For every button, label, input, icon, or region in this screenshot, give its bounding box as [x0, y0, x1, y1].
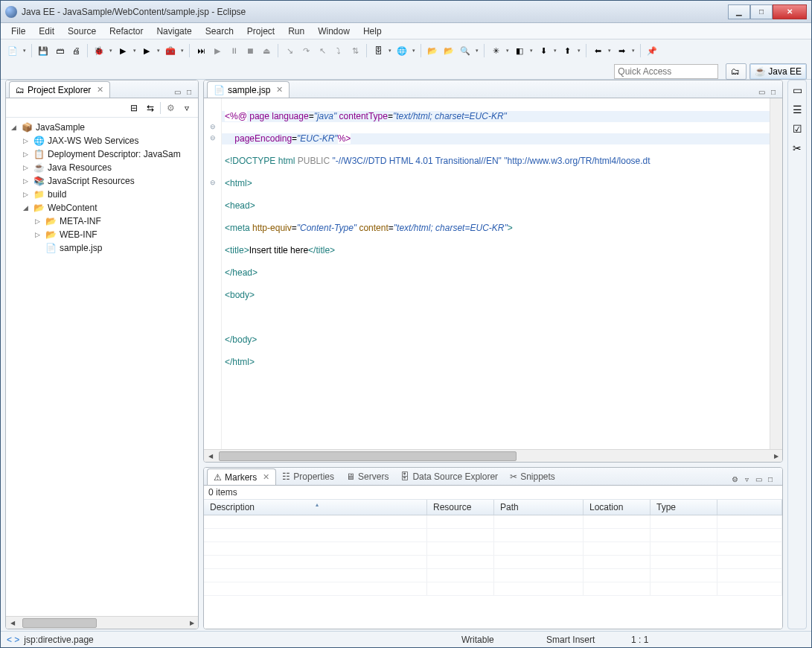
tree-java-resources[interactable]: ▷☕Java Resources — [9, 161, 195, 174]
tree-web-inf[interactable]: ▷📂WEB-INF — [9, 228, 195, 241]
col-path[interactable]: Path — [494, 500, 584, 515]
external-tools-button[interactable]: 🧰 — [163, 43, 178, 58]
col-location[interactable]: Location — [584, 500, 650, 515]
new-button[interactable]: 📄 — [5, 43, 20, 58]
tree-build[interactable]: ▷📁build — [9, 188, 195, 201]
maximize-editor-button[interactable]: □ — [767, 86, 779, 98]
new-web-button[interactable]: 🌐 — [394, 43, 409, 58]
quick-access-input[interactable] — [614, 64, 718, 79]
maximize-view-button[interactable]: □ — [183, 86, 195, 98]
tree-project-root[interactable]: ◢ 📦 JavaSample — [9, 121, 195, 134]
save-all-button[interactable]: 🗃 — [52, 43, 67, 58]
tree-twist-icon[interactable]: ◢ — [9, 124, 18, 131]
code-area[interactable]: <%@ page language="java" contentType="te… — [222, 98, 770, 449]
tree-twist-icon[interactable]: ◢ — [21, 204, 30, 212]
table-row[interactable] — [204, 569, 782, 582]
menu-refactor[interactable]: Refactor — [103, 25, 149, 38]
suspend-button[interactable]: ⏸ — [226, 43, 241, 58]
skip-breakpoints-button[interactable]: ⏭ — [194, 43, 208, 58]
tree-sample-jsp[interactable]: 📄sample.jsp — [9, 241, 195, 255]
next-annotation-dropdown[interactable]: ▾ — [552, 48, 558, 54]
minimize-editor-button[interactable]: ▭ — [755, 86, 767, 98]
prev-annotation-button[interactable]: ⬆ — [560, 43, 575, 58]
debug-button[interactable]: 🐞 — [92, 43, 106, 58]
outline-view-icon[interactable]: ☰ — [790, 103, 804, 116]
new-server-dropdown[interactable]: ▾ — [387, 48, 393, 54]
new-server-button[interactable]: 🗄 — [371, 43, 386, 58]
pin-editor-button[interactable]: 📌 — [645, 43, 659, 58]
table-row[interactable] — [204, 542, 782, 556]
toggle-block-dropdown[interactable]: ▾ — [528, 48, 534, 54]
forward-button[interactable]: ➡ — [614, 43, 629, 58]
menu-source[interactable]: Source — [62, 25, 102, 38]
open-type-button[interactable]: 📂 — [425, 43, 440, 58]
scroll-thumb[interactable] — [219, 451, 517, 461]
drop-to-frame-button[interactable]: ⤵ — [331, 43, 346, 58]
minimize-view-button[interactable]: ▭ — [171, 86, 183, 98]
run-dropdown[interactable]: ▾ — [132, 48, 138, 54]
fold-marker-icon[interactable]: ⊖ — [204, 132, 221, 143]
forward-dropdown[interactable]: ▾ — [630, 48, 636, 54]
col-extra[interactable] — [717, 500, 782, 515]
scroll-thumb[interactable] — [22, 618, 97, 628]
tree-expand-icon[interactable]: ▷ — [21, 137, 30, 144]
tree-expand-icon[interactable]: ▷ — [21, 177, 30, 185]
next-annotation-button[interactable]: ⬇ — [536, 43, 551, 58]
minimize-view-button[interactable]: ▭ — [752, 473, 764, 485]
view-menu-button[interactable]: ▿ — [180, 101, 194, 115]
menu-window[interactable]: Window — [312, 25, 356, 38]
back-dropdown[interactable]: ▾ — [607, 48, 613, 54]
close-button[interactable] — [773, 4, 807, 19]
perspective-javaee[interactable]: ☕Java EE — [749, 63, 807, 80]
link-editor-button[interactable]: ⇆ — [144, 101, 157, 115]
fold-marker-icon[interactable]: ⊖ — [204, 177, 221, 188]
step-into-button[interactable]: ↘ — [282, 43, 297, 58]
menu-project[interactable]: Project — [241, 25, 281, 38]
table-row[interactable] — [204, 515, 782, 529]
collapse-all-button[interactable]: ⊟ — [127, 101, 141, 115]
back-button[interactable]: ⬅ — [590, 43, 605, 58]
menu-file[interactable]: File — [5, 25, 31, 38]
resume-button[interactable]: ▶ — [210, 43, 225, 58]
restore-icon[interactable]: ▭ — [790, 83, 804, 97]
save-button[interactable]: 💾 — [36, 43, 51, 58]
scroll-right-icon[interactable]: ▶ — [185, 617, 198, 629]
editor-vscroll[interactable] — [770, 98, 782, 449]
close-tab-icon[interactable]: ✕ — [276, 85, 283, 95]
menu-run[interactable]: Run — [282, 25, 310, 38]
col-description[interactable]: Description▴ — [204, 500, 427, 515]
tab-sample-jsp[interactable]: 📄 sample.jsp ✕ — [207, 81, 290, 98]
search-dropdown[interactable]: ▾ — [474, 48, 480, 54]
table-row[interactable] — [204, 582, 782, 596]
step-over-button[interactable]: ↷ — [298, 43, 313, 58]
use-step-filters-button[interactable]: ⇅ — [348, 43, 362, 58]
external-tools-dropdown[interactable]: ▾ — [179, 48, 185, 54]
tab-properties[interactable]: ☷Properties — [276, 468, 340, 485]
menu-edit[interactable]: Edit — [33, 25, 60, 38]
tree-deployment-descriptor[interactable]: ▷📋Deployment Descriptor: JavaSam — [9, 147, 195, 161]
toggle-mark-dropdown[interactable]: ▾ — [505, 48, 511, 54]
view-customize-button[interactable]: ⚙ — [164, 101, 177, 115]
tree-jaxws[interactable]: ▷🌐JAX-WS Web Services — [9, 134, 195, 147]
col-resource[interactable]: Resource — [427, 500, 494, 515]
tree-expand-icon[interactable]: ▷ — [21, 164, 30, 171]
tree-meta-inf[interactable]: ▷📂META-INF — [9, 215, 195, 228]
menu-help[interactable]: Help — [357, 25, 388, 38]
editor-hscroll[interactable]: ◀ ▶ — [204, 449, 782, 462]
tree-webcontent[interactable]: ◢📂WebContent — [9, 201, 195, 215]
menu-search[interactable]: Search — [199, 25, 240, 38]
toggle-mark-button[interactable]: ✳ — [488, 43, 503, 58]
col-type[interactable]: Type — [650, 500, 717, 515]
tree-expand-icon[interactable]: ▷ — [33, 217, 42, 225]
tab-data-source-explorer[interactable]: 🗄Data Source Explorer — [394, 468, 504, 485]
tree-expand-icon[interactable]: ▷ — [21, 191, 30, 198]
scroll-left-icon[interactable]: ◀ — [204, 450, 217, 463]
tab-markers[interactable]: ⚠Markers✕ — [207, 468, 276, 485]
tab-project-explorer[interactable]: 🗂 Project Explorer ✕ — [9, 81, 110, 98]
task-list-icon[interactable]: ☑ — [790, 122, 804, 136]
close-tab-icon[interactable]: ✕ — [97, 85, 103, 95]
tree-expand-icon[interactable]: ▷ — [21, 150, 30, 158]
tree-js-resources[interactable]: ▷📚JavaScript Resources — [9, 174, 195, 188]
maximize-view-button[interactable]: □ — [764, 473, 776, 485]
minimize-button[interactable] — [728, 4, 750, 19]
